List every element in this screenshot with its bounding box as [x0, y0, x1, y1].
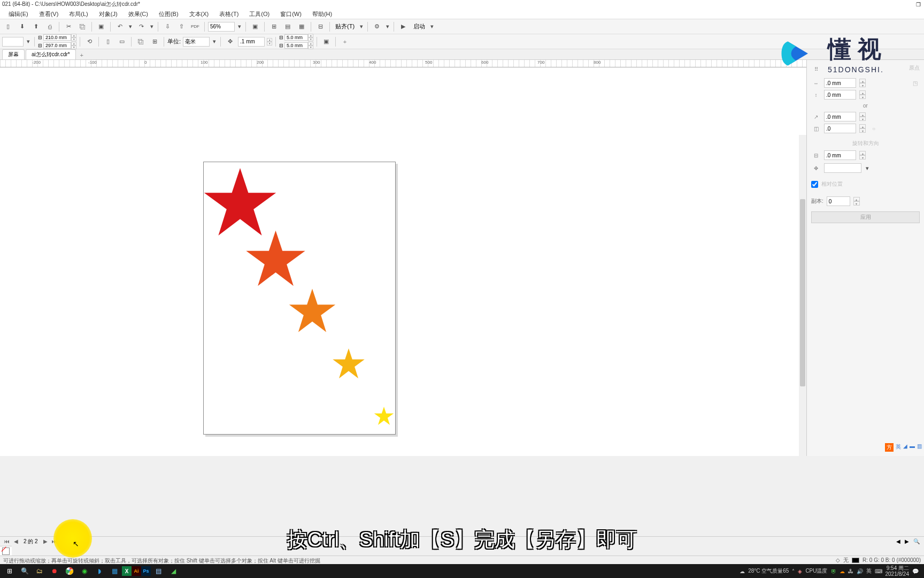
tab-document[interactable]: ai怎么转cdr.cdr*: [26, 49, 76, 59]
menu-tools[interactable]: 工具(O): [244, 9, 275, 19]
grid-icon[interactable]: ⊞: [268, 21, 280, 33]
anchor-select[interactable]: [824, 163, 861, 173]
portrait-icon[interactable]: ▯: [102, 36, 114, 48]
360-icon[interactable]: ◉: [77, 564, 92, 578]
fill-indicator-icon[interactable]: ◇: [836, 557, 840, 563]
restore-icon[interactable]: ❐: [914, 2, 922, 7]
page-width[interactable]: [43, 34, 71, 41]
apply-current-icon[interactable]: ⊞: [149, 36, 160, 48]
unit-select[interactable]: [183, 37, 210, 47]
tray-cloud-icon[interactable]: ☁: [840, 568, 845, 574]
export-icon[interactable]: ⬆: [30, 21, 42, 33]
star-orange-red[interactable]: [245, 227, 306, 289]
rot-input[interactable]: [824, 150, 856, 160]
menu-view[interactable]: 查看(V): [34, 9, 64, 19]
weather-text[interactable]: 28°C 空气质量65: [748, 567, 789, 575]
tray-e[interactable]: ▥: [917, 443, 922, 452]
cut-icon[interactable]: ✂: [63, 21, 74, 33]
app-store-icon[interactable]: ▦: [107, 564, 122, 578]
arrow-up-icon[interactable]: ⇧: [175, 21, 187, 33]
notif-icon[interactable]: 💬: [912, 568, 919, 574]
page-preset[interactable]: [2, 37, 24, 47]
excel-icon[interactable]: X: [122, 566, 132, 576]
menu-edit[interactable]: 编辑(E): [3, 9, 34, 19]
launch-drop-icon[interactable]: ▾: [429, 21, 435, 33]
arrow-down-icon[interactable]: ⇩: [161, 21, 173, 33]
tray-chevron-icon[interactable]: ˄: [792, 568, 795, 574]
publish-icon[interactable]: ⎙: [44, 21, 56, 33]
page-height[interactable]: [43, 42, 71, 49]
launch-label[interactable]: 启动: [411, 22, 427, 31]
prev-page-icon[interactable]: ◀: [12, 538, 20, 544]
anchor-drop-icon[interactable]: ▾: [865, 162, 870, 174]
first-page-icon[interactable]: ⏮: [2, 538, 12, 544]
paste-icon[interactable]: ▣: [95, 21, 107, 33]
add-prop-icon[interactable]: +: [339, 36, 351, 48]
add-tab-icon[interactable]: +: [78, 52, 86, 59]
angle-input[interactable]: [824, 112, 856, 121]
tray-app1-icon[interactable]: ◈: [798, 568, 802, 574]
tray-b[interactable]: 英: [896, 443, 901, 452]
scrollbar-thumb[interactable]: [800, 199, 805, 386]
tray-net-icon[interactable]: 🖧: [848, 568, 853, 574]
landscape-icon[interactable]: ▭: [116, 36, 128, 48]
snap-label[interactable]: 贴齐(T): [333, 22, 357, 31]
menu-text[interactable]: 文本(X): [184, 9, 214, 19]
copy-icon[interactable]: ⿻: [76, 21, 88, 33]
app-green-icon[interactable]: ◢: [166, 564, 181, 578]
preset-drop-icon[interactable]: ▾: [26, 36, 31, 48]
play-icon[interactable]: ▶: [397, 21, 409, 33]
tray-d[interactable]: ▬: [910, 443, 915, 452]
zoom-drop-icon[interactable]: ▾: [237, 21, 242, 33]
align-icon[interactable]: ⊟: [314, 21, 326, 33]
treat-as-filled-icon[interactable]: ▣: [320, 36, 332, 48]
snap-icon[interactable]: ▦: [296, 21, 307, 33]
clock-time[interactable]: 9:54 周二: [886, 565, 910, 571]
app-blue-icon[interactable]: ◗: [92, 564, 107, 578]
menu-table[interactable]: 表格(T): [214, 9, 244, 19]
menu-bitmap[interactable]: 位图(B): [153, 9, 184, 19]
menu-window[interactable]: 窗口(W): [275, 9, 307, 19]
ime-indicator[interactable]: 英: [866, 567, 872, 575]
drawing-page[interactable]: [203, 162, 396, 435]
options-icon[interactable]: ⚙: [371, 21, 383, 33]
copies-input[interactable]: [827, 196, 850, 206]
photoshop-icon[interactable]: Ps: [141, 566, 151, 576]
nav-right-icon[interactable]: ▶: [903, 538, 911, 544]
undo-icon[interactable]: ↶: [114, 21, 126, 33]
record-icon[interactable]: ⏺: [47, 564, 62, 578]
zoom-input[interactable]: [208, 22, 235, 32]
nudge-input[interactable]: [238, 37, 265, 47]
explorer-icon[interactable]: 🗂: [32, 564, 47, 578]
illustrator-icon[interactable]: Ai: [132, 566, 141, 576]
tab-welcome[interactable]: 屏幕: [2, 49, 25, 59]
fullscreen-icon[interactable]: ▣: [249, 21, 261, 33]
redo-drop-icon[interactable]: ▾: [149, 21, 155, 33]
tray-shield-icon[interactable]: ⛨: [831, 568, 836, 574]
nav-left-icon[interactable]: ◀: [894, 538, 903, 544]
scale-input[interactable]: [824, 124, 856, 133]
menu-help[interactable]: 帮助(H): [307, 9, 337, 19]
apply-all-icon[interactable]: ⿻: [135, 36, 147, 48]
relative-check[interactable]: [811, 181, 818, 188]
cpu-temp[interactable]: CPU温度: [805, 567, 827, 575]
clock-date[interactable]: 2021/8/24: [886, 571, 910, 577]
tray-a[interactable]: 方: [885, 443, 894, 452]
redo-icon[interactable]: ↷: [135, 21, 147, 33]
next-page-icon[interactable]: ▶: [41, 538, 50, 544]
apply-button[interactable]: 应用: [811, 211, 920, 223]
menu-effect[interactable]: 效果(C): [123, 9, 153, 19]
start-icon[interactable]: ⊞: [2, 564, 17, 578]
star-orange[interactable]: [288, 286, 336, 334]
dup-y[interactable]: [284, 42, 308, 49]
unit-drop-icon[interactable]: ▾: [212, 36, 217, 48]
new-icon[interactable]: ▯: [2, 21, 14, 33]
menu-object[interactable]: 对象(J): [94, 9, 123, 19]
weather-icon[interactable]: ☁: [740, 568, 745, 574]
vertical-scrollbar[interactable]: [799, 135, 806, 456]
snap-drop-icon[interactable]: ▾: [359, 21, 364, 33]
notepad-icon[interactable]: ▤: [151, 564, 166, 578]
dup-x[interactable]: [284, 34, 308, 41]
star-yellow[interactable]: [374, 406, 394, 426]
tray-vol-icon[interactable]: 🔊: [857, 568, 863, 574]
